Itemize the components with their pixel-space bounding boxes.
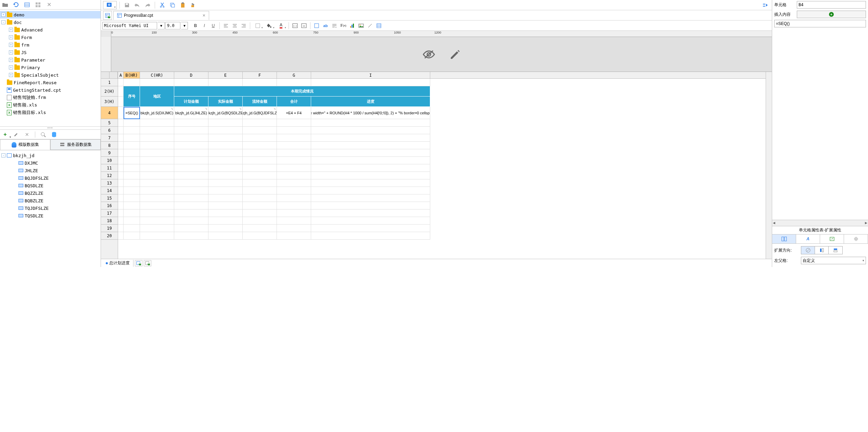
grid-cell[interactable] (118, 194, 124, 202)
refresh-icon[interactable] (13, 2, 19, 8)
row-header[interactable]: 19 (101, 225, 118, 232)
grid-cell[interactable] (208, 179, 243, 187)
grid-cell[interactable] (243, 179, 277, 187)
grid-cell[interactable] (243, 202, 277, 209)
tree-item[interactable]: +Form (0, 34, 101, 41)
tree-item[interactable]: +SpecialSubject (0, 71, 101, 79)
grid-cell[interactable] (174, 225, 208, 232)
column-header[interactable]: B(HR) (124, 72, 140, 78)
grid-cell[interactable] (243, 217, 277, 225)
template-dataset-tab[interactable]: 模版数据集 (0, 139, 50, 150)
grid-cell[interactable] (311, 164, 430, 172)
grid-cell[interactable] (208, 187, 243, 194)
grid-cell[interactable] (277, 127, 311, 134)
grid-cell[interactable] (140, 194, 174, 202)
delete-dataset-icon[interactable]: ✕ (24, 131, 30, 138)
grid-cell[interactable] (243, 134, 277, 142)
grid-cell[interactable] (124, 179, 140, 187)
grid-cell[interactable] (174, 134, 208, 142)
grid-cell[interactable] (208, 157, 243, 164)
present-attr-tab[interactable] (820, 234, 844, 243)
italic-icon[interactable]: I (200, 22, 208, 29)
expander-icon[interactable]: + (9, 73, 13, 77)
grid-cell[interactable] (118, 119, 124, 127)
grid-cell[interactable] (208, 164, 243, 172)
grid-cell[interactable] (118, 232, 124, 240)
grid-cell[interactable] (311, 119, 430, 127)
other-attr-tab[interactable] (844, 234, 868, 243)
row-header[interactable]: 13 (101, 179, 118, 187)
grid-cell[interactable] (118, 107, 124, 119)
grid-cell[interactable] (311, 149, 430, 157)
grid-cell[interactable] (243, 194, 277, 202)
row-header[interactable]: 12 (101, 172, 118, 179)
grid-cell[interactable] (124, 142, 140, 149)
spreadsheet-grid[interactable]: 12(H)3(H)4567891011121314151617181920 AB… (101, 72, 772, 259)
cell-element-icon[interactable] (312, 22, 321, 29)
grid-cell[interactable] (140, 142, 174, 149)
grid-cell[interactable] (277, 119, 311, 127)
grid-cell[interactable] (124, 127, 140, 134)
grid-cell[interactable] (118, 86, 124, 97)
slope-icon[interactable] (366, 22, 374, 29)
bold-icon[interactable]: B (191, 22, 200, 29)
grid-cell[interactable] (208, 79, 243, 86)
grid-view-icon[interactable] (35, 2, 41, 8)
grid-cell[interactable] (174, 157, 208, 164)
row-header[interactable]: 11 (101, 164, 118, 172)
expand-horizontal-button[interactable] (829, 246, 842, 254)
insert-content-button[interactable]: + (797, 11, 866, 18)
chart-icon[interactable] (348, 22, 356, 29)
align-right-icon[interactable] (240, 22, 248, 29)
font-color-icon[interactable]: A (276, 22, 286, 29)
grid-cell[interactable] (311, 79, 430, 86)
grid-cell[interactable] (311, 187, 430, 194)
grid-cell[interactable]: 进度 (311, 97, 430, 107)
save-icon[interactable] (123, 1, 131, 9)
grid-cell[interactable] (124, 79, 140, 86)
tree-item[interactable]: +demo (0, 11, 101, 18)
border-icon[interactable] (252, 22, 263, 29)
grid-cell[interactable] (124, 232, 140, 240)
tree-item[interactable]: -doc (0, 18, 101, 26)
add-sheet-button[interactable]: + (135, 260, 142, 266)
sheet-menu-button[interactable]: + (144, 260, 151, 266)
hidden-icon[interactable] (422, 49, 436, 60)
font-size-select[interactable] (165, 22, 180, 29)
expand-vertical-button[interactable] (815, 246, 829, 254)
dataset-tree-item[interactable]: BQBZLZE (0, 197, 101, 204)
grid-cell[interactable] (311, 194, 430, 202)
grid-cell[interactable] (118, 187, 124, 194)
row-header[interactable]: 20 (101, 232, 118, 240)
row-header[interactable]: 16 (101, 202, 118, 209)
close-icon[interactable]: ✕ (46, 2, 52, 8)
align-center-icon[interactable] (231, 22, 239, 29)
file-tab[interactable]: ProgressBar.cpt × (113, 11, 209, 20)
grid-cell[interactable] (174, 164, 208, 172)
grid-cell[interactable] (140, 119, 174, 127)
grid-cell[interactable] (243, 232, 277, 240)
size-dropdown-icon[interactable]: ▾ (181, 22, 188, 29)
grid-cell[interactable] (243, 127, 277, 134)
row-header[interactable]: 2(H) (101, 86, 118, 97)
expand-none-button[interactable] (801, 246, 815, 254)
copy-icon[interactable] (168, 1, 177, 9)
column-header[interactable]: C(HR) (140, 72, 174, 78)
open-folder-icon[interactable] (2, 2, 8, 8)
row-header[interactable]: 14 (101, 187, 118, 194)
grid-cell[interactable]: 合计 (277, 97, 311, 107)
grid-cell[interactable] (277, 142, 311, 149)
horizontal-scrollbar[interactable] (772, 220, 868, 226)
row-header[interactable]: 6 (101, 127, 118, 134)
grid-cell[interactable] (311, 217, 430, 225)
splitter-handle[interactable]: ••• (0, 126, 101, 130)
column-header[interactable]: A (118, 72, 124, 78)
grid-cell[interactable] (277, 202, 311, 209)
grid-cell[interactable]: 本期完成情况 (174, 86, 430, 97)
image-icon[interactable] (357, 22, 365, 29)
grid-cell[interactable] (124, 157, 140, 164)
grid-cell[interactable] (140, 149, 174, 157)
grid-cell[interactable]: 序号 (124, 86, 140, 107)
grid-cell[interactable] (140, 209, 174, 217)
redo-icon[interactable] (143, 1, 152, 9)
